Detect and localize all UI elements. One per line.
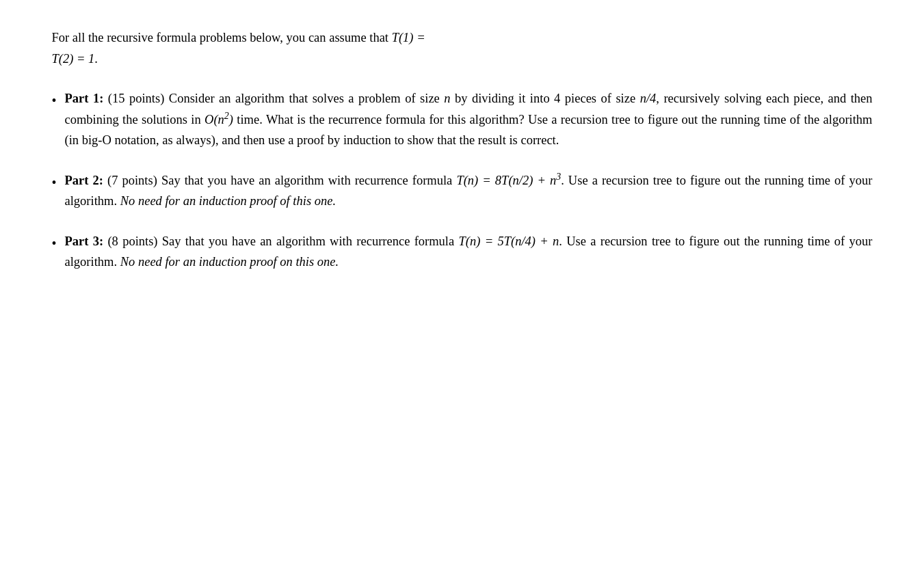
bullet-2: • <box>52 172 57 193</box>
part2-no-induction: No need for an induction proof of this o… <box>120 194 336 208</box>
part3-content: Part 3: (8 points) Say that you have an … <box>65 231 873 273</box>
part2-content: Part 2: (7 points) Say that you have an … <box>65 170 873 212</box>
parts-list: • Part 1: (15 points) Consider an algori… <box>52 88 873 273</box>
intro-math: T(1) = <box>392 31 425 44</box>
part1-label: Part 1: <box>65 92 104 105</box>
part1-item: • Part 1: (15 points) Consider an algori… <box>52 88 873 151</box>
part2-label: Part 2: <box>65 174 103 187</box>
part1-n4: n/4 <box>640 92 657 105</box>
part2-item: • Part 2: (7 points) Say that you have a… <box>52 170 873 212</box>
part3-no-induction: No need for an induction proof on this o… <box>120 255 339 269</box>
part1-content: Part 1: (15 points) Consider an algorith… <box>65 88 873 151</box>
intro-text: For all the recursive formula problems b… <box>52 27 873 69</box>
intro-math-2: T(2) = 1 <box>52 52 95 66</box>
part3-formula: T(n) = 5T(n/4) + n <box>458 234 559 248</box>
part1-points: (15 points) <box>108 92 165 105</box>
part3-label: Part 3: <box>65 234 104 248</box>
part1-on2: O(n2) <box>204 113 233 126</box>
part3-item: • Part 3: (8 points) Say that you have a… <box>52 231 873 273</box>
part3-points: (8 points) <box>107 234 157 248</box>
part1-n: n <box>444 92 450 105</box>
page-content: For all the recursive formula problems b… <box>52 27 873 292</box>
part2-formula: T(n) = 8T(n/2) + n3 <box>456 174 561 187</box>
part2-points: (7 points) <box>107 174 157 187</box>
bullet-1: • <box>52 90 57 111</box>
bullet-3: • <box>52 232 57 254</box>
